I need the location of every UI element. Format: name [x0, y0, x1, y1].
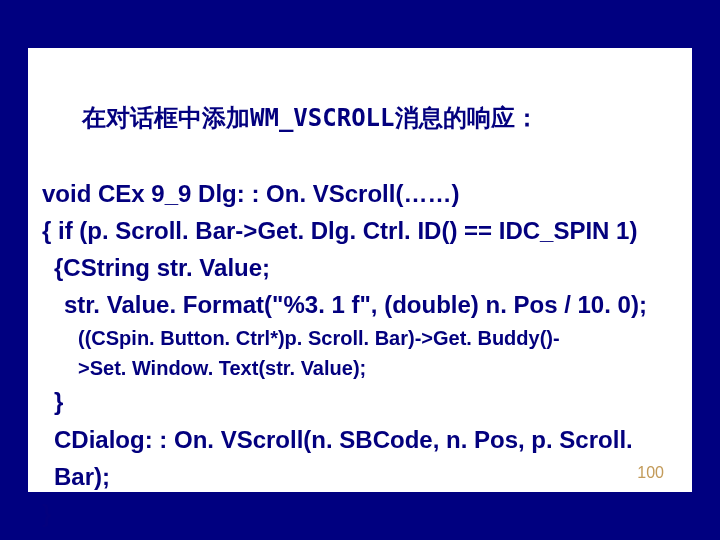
title-suffix: 消息的响应： — [395, 104, 539, 131]
code-content-box: 在对话框中添加WM_VSCROLL消息的响应： void CEx 9_9 Dlg… — [28, 48, 692, 492]
code-line-4: str. Value. Format("%3. 1 f", (double) n… — [42, 286, 678, 323]
wm-vscroll-text: WM_VSCROLL — [250, 104, 395, 132]
title-prefix: 在对话框中添加 — [82, 104, 250, 131]
page-number: 100 — [637, 464, 664, 482]
code-line-7: CDialog: : On. VScroll(n. SBCode, n. Pos… — [42, 421, 678, 495]
code-line-1: void CEx 9_9 Dlg: : On. VScroll(……) — [42, 175, 678, 212]
code-line-3: {CString str. Value; — [42, 249, 678, 286]
code-line-2: { if (p. Scroll. Bar->Get. Dlg. Ctrl. ID… — [42, 212, 678, 249]
code-line-6: } — [42, 383, 678, 420]
title-line: 在对话框中添加WM_VSCROLL消息的响应： — [42, 62, 678, 175]
code-line-5b: >Set. Window. Text(str. Value); — [42, 353, 678, 383]
slide: 在对话框中添加WM_VSCROLL消息的响应： void CEx 9_9 Dlg… — [0, 0, 720, 540]
code-line-5a: ((CSpin. Button. Ctrl*)p. Scroll. Bar)->… — [42, 323, 678, 353]
code-line-8: } — [42, 495, 678, 532]
